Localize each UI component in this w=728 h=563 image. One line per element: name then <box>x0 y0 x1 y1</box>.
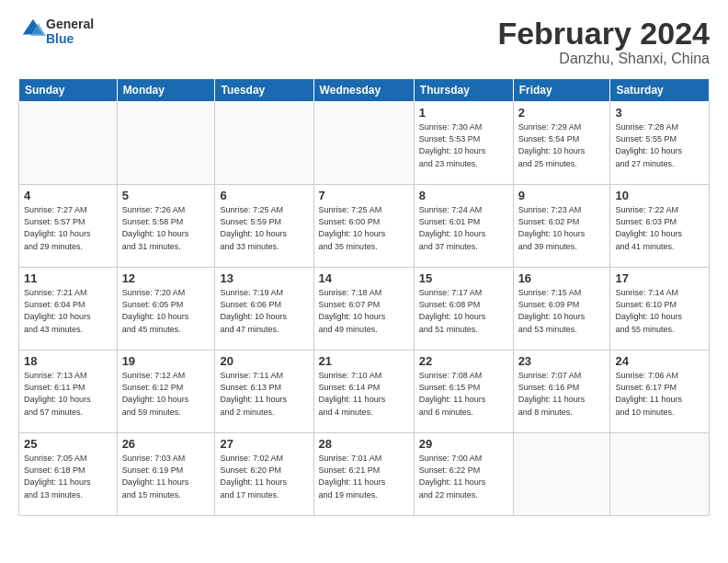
table-row: 15Sunrise: 7:17 AMSunset: 6:08 PMDayligh… <box>414 268 513 350</box>
day-info: Sunrise: 7:13 AMSunset: 6:11 PMDaylight:… <box>24 370 112 418</box>
day-number: 12 <box>122 271 210 285</box>
table-row: 19Sunrise: 7:12 AMSunset: 6:12 PMDayligh… <box>117 350 215 433</box>
table-row: 12Sunrise: 7:20 AMSunset: 6:05 PMDayligh… <box>117 268 215 350</box>
day-number: 10 <box>615 189 704 202</box>
day-number: 22 <box>419 354 508 368</box>
day-info: Sunrise: 7:27 AMSunset: 5:57 PMDaylight:… <box>24 204 112 252</box>
calendar-week-row: 1Sunrise: 7:30 AMSunset: 5:53 PMDaylight… <box>19 102 710 185</box>
table-row: 21Sunrise: 7:10 AMSunset: 6:14 PMDayligh… <box>313 350 414 433</box>
day-info: Sunrise: 7:20 AMSunset: 6:05 PMDaylight:… <box>122 287 210 335</box>
table-row: 13Sunrise: 7:19 AMSunset: 6:06 PMDayligh… <box>215 268 313 350</box>
table-row <box>610 433 710 516</box>
header-sunday: Sunday <box>19 79 118 102</box>
table-row: 6Sunrise: 7:25 AMSunset: 5:59 PMDaylight… <box>215 185 313 268</box>
day-number: 15 <box>419 271 508 285</box>
table-row <box>513 433 610 516</box>
table-row: 27Sunrise: 7:02 AMSunset: 6:20 PMDayligh… <box>215 433 313 516</box>
day-number: 19 <box>122 354 210 368</box>
day-info: Sunrise: 7:10 AMSunset: 6:14 PMDaylight:… <box>319 370 409 418</box>
table-row <box>117 102 215 185</box>
day-info: Sunrise: 7:01 AMSunset: 6:21 PMDaylight:… <box>319 453 409 500</box>
logo: General Blue <box>18 17 94 46</box>
calendar-header-row: Sunday Monday Tuesday Wednesday Thursday… <box>19 79 710 102</box>
day-info: Sunrise: 7:29 AMSunset: 5:54 PMDaylight:… <box>518 121 606 169</box>
calendar-week-row: 18Sunrise: 7:13 AMSunset: 6:11 PMDayligh… <box>19 350 710 433</box>
day-number: 9 <box>518 189 606 202</box>
day-info: Sunrise: 7:03 AMSunset: 6:19 PMDaylight:… <box>122 453 210 500</box>
calendar-week-row: 25Sunrise: 7:05 AMSunset: 6:18 PMDayligh… <box>19 433 710 516</box>
table-row: 22Sunrise: 7:08 AMSunset: 6:15 PMDayligh… <box>414 350 513 433</box>
day-info: Sunrise: 7:12 AMSunset: 6:12 PMDaylight:… <box>122 370 210 418</box>
day-info: Sunrise: 7:25 AMSunset: 5:59 PMDaylight:… <box>220 204 308 252</box>
table-row: 8Sunrise: 7:24 AMSunset: 6:01 PMDaylight… <box>414 185 513 268</box>
day-info: Sunrise: 7:22 AMSunset: 6:03 PMDaylight:… <box>615 204 704 252</box>
day-number: 6 <box>220 189 308 202</box>
table-row: 18Sunrise: 7:13 AMSunset: 6:11 PMDayligh… <box>19 350 118 433</box>
day-info: Sunrise: 7:05 AMSunset: 6:18 PMDaylight:… <box>24 453 112 500</box>
page: General Blue February 2024 Danzhu, Shanx… <box>0 0 728 525</box>
table-row: 23Sunrise: 7:07 AMSunset: 6:16 PMDayligh… <box>513 350 610 433</box>
table-row: 29Sunrise: 7:00 AMSunset: 6:22 PMDayligh… <box>414 433 513 516</box>
header-thursday: Thursday <box>414 79 513 102</box>
table-row: 17Sunrise: 7:14 AMSunset: 6:10 PMDayligh… <box>610 268 710 350</box>
table-row <box>313 102 414 185</box>
day-info: Sunrise: 7:02 AMSunset: 6:20 PMDaylight:… <box>220 453 308 500</box>
table-row: 7Sunrise: 7:25 AMSunset: 6:00 PMDaylight… <box>313 185 414 268</box>
day-number: 5 <box>122 189 210 202</box>
day-number: 18 <box>24 354 112 368</box>
table-row: 25Sunrise: 7:05 AMSunset: 6:18 PMDayligh… <box>19 433 118 516</box>
month-title: February 2024 <box>497 17 710 51</box>
table-row: 4Sunrise: 7:27 AMSunset: 5:57 PMDaylight… <box>19 185 118 268</box>
table-row: 10Sunrise: 7:22 AMSunset: 6:03 PMDayligh… <box>610 185 710 268</box>
day-number: 16 <box>518 271 606 285</box>
day-info: Sunrise: 7:17 AMSunset: 6:08 PMDaylight:… <box>419 287 508 335</box>
day-info: Sunrise: 7:06 AMSunset: 6:17 PMDaylight:… <box>615 370 704 418</box>
header-saturday: Saturday <box>610 79 710 102</box>
day-info: Sunrise: 7:18 AMSunset: 6:07 PMDaylight:… <box>319 287 409 335</box>
table-row: 2Sunrise: 7:29 AMSunset: 5:54 PMDaylight… <box>513 102 610 185</box>
header: General Blue February 2024 Danzhu, Shanx… <box>18 17 710 67</box>
day-number: 2 <box>518 106 606 120</box>
day-number: 28 <box>319 437 409 451</box>
table-row: 20Sunrise: 7:11 AMSunset: 6:13 PMDayligh… <box>215 350 313 433</box>
day-number: 14 <box>319 271 409 285</box>
header-monday: Monday <box>117 79 215 102</box>
header-tuesday: Tuesday <box>215 79 313 102</box>
table-row: 11Sunrise: 7:21 AMSunset: 6:04 PMDayligh… <box>19 268 118 350</box>
day-number: 1 <box>419 106 508 120</box>
day-number: 11 <box>24 271 112 285</box>
calendar-week-row: 4Sunrise: 7:27 AMSunset: 5:57 PMDaylight… <box>19 185 710 268</box>
table-row <box>215 102 313 185</box>
day-info: Sunrise: 7:23 AMSunset: 6:02 PMDaylight:… <box>518 204 606 252</box>
day-number: 29 <box>419 437 508 451</box>
day-info: Sunrise: 7:21 AMSunset: 6:04 PMDaylight:… <box>24 287 112 335</box>
table-row: 28Sunrise: 7:01 AMSunset: 6:21 PMDayligh… <box>313 433 414 516</box>
table-row: 14Sunrise: 7:18 AMSunset: 6:07 PMDayligh… <box>313 268 414 350</box>
day-number: 21 <box>319 354 409 368</box>
day-info: Sunrise: 7:08 AMSunset: 6:15 PMDaylight:… <box>419 370 508 418</box>
table-row: 1Sunrise: 7:30 AMSunset: 5:53 PMDaylight… <box>414 102 513 185</box>
table-row: 3Sunrise: 7:28 AMSunset: 5:55 PMDaylight… <box>610 102 710 185</box>
calendar: Sunday Monday Tuesday Wednesday Thursday… <box>18 78 710 516</box>
day-info: Sunrise: 7:26 AMSunset: 5:58 PMDaylight:… <box>122 204 210 252</box>
day-info: Sunrise: 7:30 AMSunset: 5:53 PMDaylight:… <box>419 121 508 169</box>
logo-icon <box>20 17 46 42</box>
day-number: 17 <box>615 271 704 285</box>
day-number: 27 <box>220 437 308 451</box>
day-info: Sunrise: 7:14 AMSunset: 6:10 PMDaylight:… <box>615 287 704 335</box>
table-row: 24Sunrise: 7:06 AMSunset: 6:17 PMDayligh… <box>610 350 710 433</box>
table-row <box>19 102 118 185</box>
day-info: Sunrise: 7:11 AMSunset: 6:13 PMDaylight:… <box>220 370 308 418</box>
table-row: 26Sunrise: 7:03 AMSunset: 6:19 PMDayligh… <box>117 433 215 516</box>
day-info: Sunrise: 7:00 AMSunset: 6:22 PMDaylight:… <box>419 453 508 500</box>
day-number: 3 <box>615 106 704 120</box>
logo-text: General Blue <box>46 17 94 46</box>
day-number: 26 <box>122 437 210 451</box>
day-info: Sunrise: 7:19 AMSunset: 6:06 PMDaylight:… <box>220 287 308 335</box>
day-number: 8 <box>419 189 508 202</box>
day-number: 13 <box>220 271 308 285</box>
day-number: 7 <box>319 189 409 202</box>
title-block: February 2024 Danzhu, Shanxi, China <box>497 17 710 67</box>
day-number: 4 <box>24 189 112 202</box>
table-row: 5Sunrise: 7:26 AMSunset: 5:58 PMDaylight… <box>117 185 215 268</box>
